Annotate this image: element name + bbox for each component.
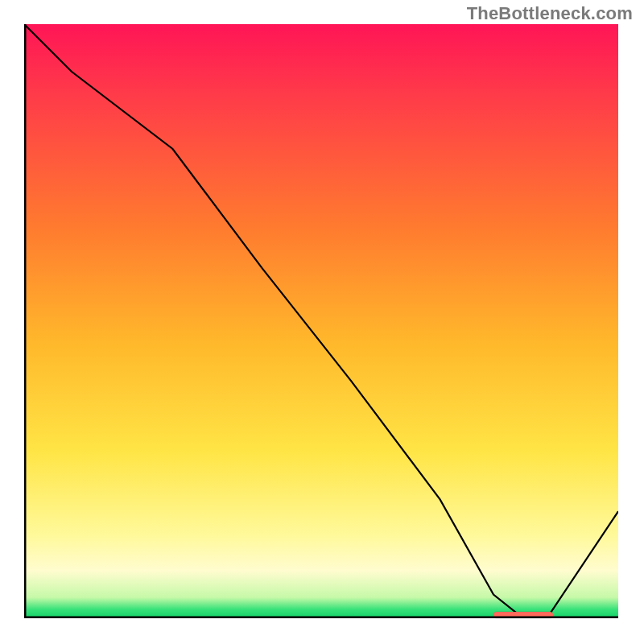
watermark-text: TheBottleneck.com bbox=[467, 3, 633, 24]
chart-plot-area bbox=[24, 24, 618, 618]
chart-marker-segment bbox=[493, 612, 553, 618]
curve-path bbox=[24, 24, 618, 618]
chart-curve bbox=[24, 24, 618, 618]
